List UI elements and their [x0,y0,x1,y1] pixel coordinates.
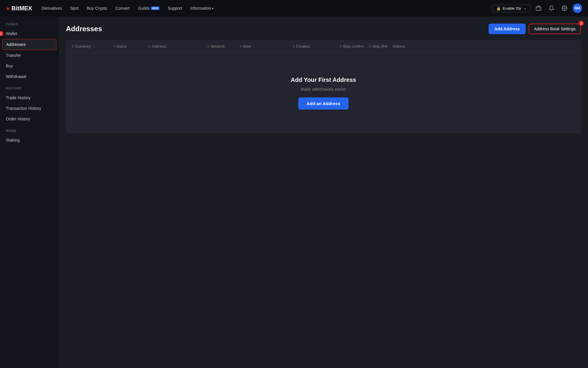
svg-point-2 [564,8,565,9]
app-body: FUNDS 1 Wallet Addresses Transfer Buy Wi… [0,16,588,368]
col-address: ⇅ Address [148,44,207,49]
sidebar: FUNDS 1 Wallet Addresses Transfer Buy Wi… [0,16,59,368]
nav-item-buy-crypto[interactable]: Buy Crypto [87,6,107,11]
col-skip-confirm: ⇅ Skip confirm [339,44,369,49]
header-actions: Add Address Address Book Settings 2 [489,24,581,34]
nav-item-information[interactable]: Information ▾ [190,6,214,11]
sidebar-item-addresses[interactable]: Addresses [2,39,56,50]
settings-button[interactable] [560,4,569,13]
nav-item-support[interactable]: Support [168,6,182,11]
col-skip-2fa: ⇅ Skip 2FA [369,44,392,49]
sidebar-item-staking[interactable]: Staking [0,135,59,145]
lock-icon: 🔒 [496,6,501,11]
add-an-address-button[interactable]: Add an Address [298,97,348,110]
sidebar-section-label-more: MORE [0,129,59,135]
notifications-button[interactable] [547,4,556,13]
sort-icon-name: ⇅ [113,45,115,48]
nav-item-convert[interactable]: Convert [115,6,130,11]
settings-btn-wrapper: Address Book Settings 2 [529,24,581,34]
table-header: ⇅ Currency ⇅ Name ⇅ Address ⇅ Network ⇅ [66,40,581,53]
empty-state: Add Your First Address Make withdrawals … [66,53,581,133]
chevron-down-icon: ▾ [212,7,214,10]
navbar: ⬧ BitMEX Derivatives Spot Buy Crypto Con… [0,0,588,16]
user-avatar-button[interactable]: BM [573,4,582,13]
enable-2fa-button[interactable]: 🔒 Enable 2fa → [492,4,530,12]
empty-state-subtitle: Make withdrawals easier [301,87,346,92]
sidebar-gap-1 [0,82,59,87]
arrow-right-icon: → [523,6,527,11]
sort-icon-created: ⇅ [292,45,295,48]
svg-rect-0 [536,7,541,11]
nav-right: 🔒 Enable 2fa → BM [492,4,582,13]
col-note: ⇅ Note [239,44,292,49]
avatar-text: BM [575,6,580,10]
annotation-badge-2: 2 [579,21,584,26]
nav-item-spot[interactable]: Spot [70,6,79,11]
sidebar-annotation-1: 1 [0,31,4,36]
wallet-icon [536,5,542,11]
gear-icon [562,5,567,11]
sidebar-section-label-history: HISTORY [0,87,59,92]
col-network: ⇅ Network [207,44,239,49]
sidebar-item-trade-history[interactable]: Trade History [0,92,59,103]
svg-point-1 [539,8,540,9]
sidebar-section-label-funds: FUNDS [0,22,59,28]
nav-label-derivatives: Derivatives [41,6,62,11]
sidebar-item-withdrawal[interactable]: Withdrawal [0,71,59,82]
sidebar-item-transaction-history[interactable]: Transaction History [0,103,59,114]
nav-label-information: Information [190,6,211,11]
wallet-icon-button[interactable] [534,4,543,13]
col-actions: Actions [392,44,413,49]
sidebar-item-order-history[interactable]: Order History [0,114,59,124]
col-currency: ⇅ Currency [72,44,113,49]
col-name: ⇅ Name [113,44,148,49]
sidebar-section-funds: FUNDS 1 Wallet Addresses Transfer Buy Wi… [0,22,59,82]
nav-links: Derivatives Spot Buy Crypto Convert Guil… [41,6,483,11]
enable-2fa-label: Enable 2fa [503,6,521,11]
addresses-table-container: ⇅ Currency ⇅ Name ⇅ Address ⇅ Network ⇅ [66,40,581,133]
sidebar-item-wallet[interactable]: 1 Wallet [0,28,59,39]
sort-icon-address: ⇅ [148,45,151,48]
nav-label-convert: Convert [115,6,130,11]
sort-icon-skip-confirm: ⇅ [339,45,342,48]
sort-icon-network: ⇅ [207,45,209,48]
sidebar-section-history: HISTORY Trade History Transaction Histor… [0,87,59,124]
guilds-new-badge: NEW [151,6,159,10]
nav-label-support: Support [168,6,182,11]
nav-item-guilds[interactable]: Guilds NEW [138,6,159,11]
sidebar-section-more: MORE Staking [0,129,59,145]
bell-icon [549,5,554,11]
page-header: Addresses Add Address Address Book Setti… [66,24,581,34]
nav-label-spot: Spot [70,6,79,11]
page-title: Addresses [66,25,102,33]
sidebar-item-buy[interactable]: Buy [0,61,59,71]
nav-label-guilds: Guilds [138,6,150,11]
empty-state-title: Add Your First Address [291,77,356,83]
sort-icon-currency: ⇅ [72,45,74,48]
logo-text: BitMEX [11,5,32,12]
sidebar-gap-2 [0,124,59,129]
nav-item-derivatives[interactable]: Derivatives [41,6,62,11]
sort-icon-note: ⇅ [239,45,242,48]
main-content: Addresses Add Address Address Book Setti… [59,16,588,368]
sort-icon-skip-2fa: ⇅ [369,45,371,48]
col-created: ⇅ Created [292,44,339,49]
address-book-settings-button[interactable]: Address Book Settings [529,24,581,34]
nav-label-buy-crypto: Buy Crypto [87,6,107,11]
bitmex-logo-icon: ⬧ [6,4,10,12]
add-address-button[interactable]: Add Address [489,24,526,34]
sidebar-item-transfer[interactable]: Transfer [0,50,59,61]
logo[interactable]: ⬧ BitMEX [6,4,32,12]
